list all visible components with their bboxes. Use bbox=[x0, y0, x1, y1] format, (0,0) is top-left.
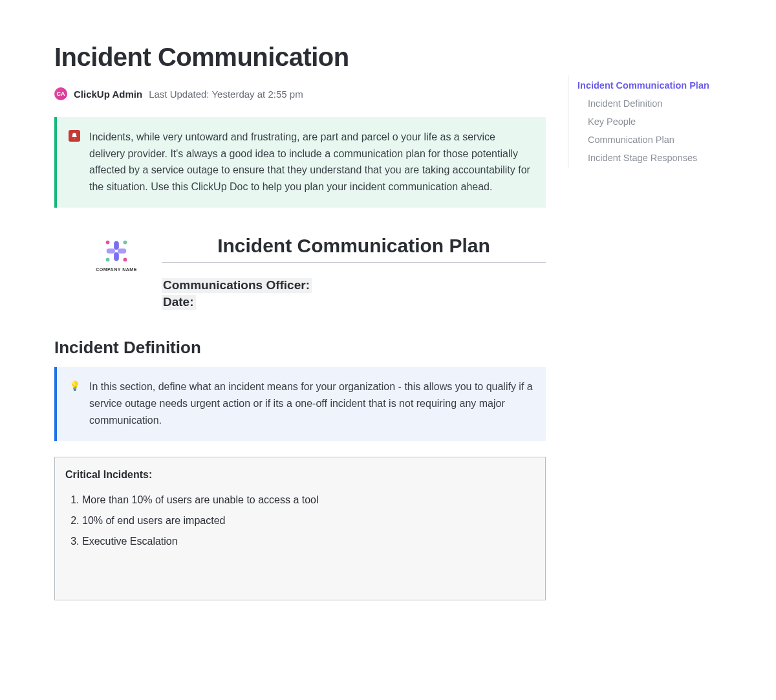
toc-item-key-people[interactable]: Key People bbox=[577, 113, 775, 131]
company-logo-caption: COMPANY NAME bbox=[96, 267, 137, 272]
intro-callout: Incidents, while very untoward and frust… bbox=[54, 117, 546, 208]
siren-icon bbox=[69, 130, 80, 142]
svg-rect-0 bbox=[114, 241, 119, 250]
list-item: 10% of end users are impacted bbox=[82, 512, 535, 529]
plan-header-block: COMPANY NAME Incident Communication Plan… bbox=[87, 234, 546, 312]
toc-item-plan[interactable]: Incident Communication Plan bbox=[577, 76, 775, 94]
svg-point-7 bbox=[124, 258, 127, 262]
svg-point-5 bbox=[124, 241, 127, 245]
critical-incidents-title: Critical Incidents: bbox=[65, 466, 535, 483]
table-of-contents: Incident Communication Plan Incident Def… bbox=[568, 43, 775, 168]
author-name[interactable]: ClickUp Admin bbox=[74, 89, 142, 100]
critical-incidents-list: More than 10% of users are unable to acc… bbox=[82, 492, 535, 551]
intro-callout-text: Incidents, while very untoward and frust… bbox=[89, 129, 533, 195]
company-logo-mark bbox=[102, 236, 131, 266]
incident-definition-heading: Incident Definition bbox=[54, 338, 546, 358]
plan-title: Incident Communication Plan bbox=[162, 234, 546, 263]
definition-callout: 💡 In this section, define what an incide… bbox=[54, 367, 546, 441]
date-label: Date: bbox=[162, 295, 196, 310]
list-item: Executive Escalation bbox=[82, 533, 535, 550]
last-updated: Last Updated: Yesterday at 2:55 pm bbox=[149, 89, 303, 100]
toc-item-stage-responses[interactable]: Incident Stage Responses bbox=[577, 149, 775, 167]
svg-rect-3 bbox=[118, 249, 126, 254]
list-item: More than 10% of users are unable to acc… bbox=[82, 492, 535, 509]
company-logo: COMPANY NAME bbox=[87, 234, 146, 272]
svg-rect-2 bbox=[107, 249, 115, 254]
svg-point-6 bbox=[106, 258, 110, 262]
doc-meta: CA ClickUp Admin Last Updated: Yesterday… bbox=[54, 87, 546, 100]
svg-point-4 bbox=[106, 241, 110, 245]
bulb-icon: 💡 bbox=[69, 380, 80, 391]
toc-item-comm-plan[interactable]: Communication Plan bbox=[577, 131, 775, 149]
definition-callout-text: In this section, define what an incident… bbox=[89, 378, 533, 428]
svg-rect-1 bbox=[114, 252, 119, 261]
critical-incidents-box: Critical Incidents: More than 10% of use… bbox=[54, 457, 546, 600]
author-avatar[interactable]: CA bbox=[54, 87, 67, 100]
page-title: Incident Communication bbox=[54, 43, 546, 72]
toc-item-definition[interactable]: Incident Definition bbox=[577, 94, 775, 113]
comms-officer-label: Communications Officer: bbox=[162, 278, 312, 293]
